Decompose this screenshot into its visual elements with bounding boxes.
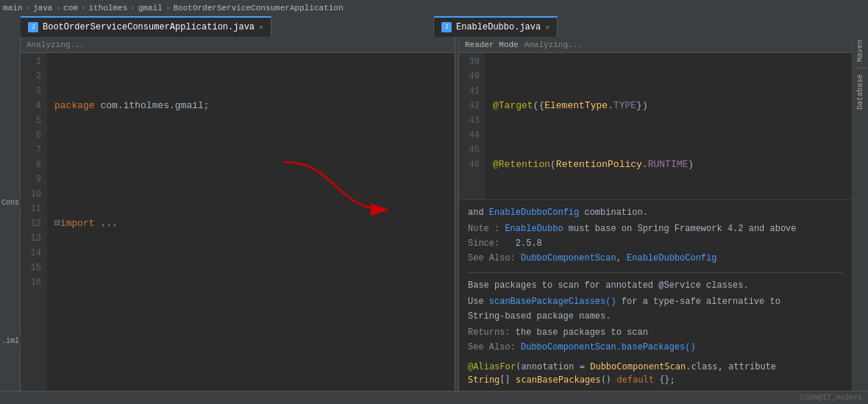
java-file-icon: J xyxy=(28,22,38,32)
doc-since: Since: 2.5.8 xyxy=(468,237,843,250)
rc-line-39: @Target({ElementType.TYPE}) xyxy=(493,99,852,113)
bc-com[interactable]: com xyxy=(63,4,78,13)
doc-intro: and EnableDubboConfig combination. xyxy=(468,206,843,219)
maven-label[interactable]: Maven xyxy=(856,40,864,62)
breadcrumb: main › java › com › itholmes › gmail › B… xyxy=(3,4,344,13)
right-line-numbers: 39 40 41 42 43 44 45 46 xyxy=(459,53,485,199)
tab-right-label: EnableDubbo.java xyxy=(456,22,541,32)
tab-close-right[interactable]: ✕ xyxy=(545,23,549,32)
doc-see-also2: See Also: DubboComponentScan.basePackage… xyxy=(468,341,843,354)
reader-mode-btn[interactable]: Reader Mode xyxy=(465,40,519,49)
doc-returns: Returns: the base packages to scan xyxy=(468,326,843,339)
right-code-area[interactable]: @Target({ElementType.TYPE}) @Retention(R… xyxy=(485,53,852,199)
database-label[interactable]: Database xyxy=(856,74,864,110)
doc-panel: and EnableDubboConfig combination. Note … xyxy=(459,200,852,391)
left-line-numbers: 1 2 3 4 5 6 7 8 9 10 11 12 13 14 15 16 xyxy=(21,53,47,391)
doc-line-58 xyxy=(468,386,843,391)
iml-label: .iml xyxy=(0,336,21,347)
tab-left-label: BootOrderServiceConsumerApplication.java xyxy=(43,22,255,32)
breadcrumb-bar: main › java › com › itholmes › gmail › B… xyxy=(0,0,868,16)
tab-close-left[interactable]: ✕ xyxy=(259,23,263,32)
doc-section2: Use scanBasePackageClasses() for a type-… xyxy=(468,295,843,308)
tab-left-main[interactable]: J BootOrderServiceConsumerApplication.ja… xyxy=(21,16,271,37)
right-vertical-sidebar: Maven Database xyxy=(852,37,868,391)
code-line-6 xyxy=(54,364,455,378)
code-line-5 xyxy=(54,319,455,334)
bc-java[interactable]: java xyxy=(33,4,52,13)
rc-line-40: @Retention(RetentionPolicy.RUNTIME) xyxy=(493,157,852,172)
doc-section1: Base packages to scan for annotated @Ser… xyxy=(468,279,843,292)
bc-class[interactable]: BootOrderServiceConsumerApplication xyxy=(174,4,344,13)
left-code-area[interactable]: package com.itholmes.gmail; ⊟import ... … xyxy=(47,53,455,391)
doc-line-56: @AliasFor(annotation = DubboComponentSca… xyxy=(468,360,843,373)
analyzing-left: Analyzing... xyxy=(26,40,85,49)
bc-main[interactable]: main xyxy=(3,4,22,13)
editor-left: Analyzing... 1 2 3 4 5 6 7 8 9 10 11 12 … xyxy=(21,37,455,391)
java-file-icon-right: J xyxy=(441,22,452,32)
editor-right: Reader Mode Analyzing... 39 40 41 42 43 … xyxy=(459,37,852,391)
doc-section2b: String-based package names. xyxy=(468,310,843,323)
code-line-2 xyxy=(54,157,455,172)
left-editor-header: Analyzing... xyxy=(21,37,455,53)
cons-label: Cons xyxy=(0,197,21,208)
doc-see-also: See Also: DubboComponentScan, EnableDubb… xyxy=(468,252,843,265)
doc-line-57: String[] scanBasePackages() default {}; xyxy=(468,373,843,386)
bottom-bar: CSDN@IT_Holmes xyxy=(0,391,868,404)
main-area: Cons .iml Analyzing... 1 2 3 4 5 6 7 8 9… xyxy=(0,37,868,391)
analyzing-right: Analyzing... xyxy=(524,40,583,49)
csdn-watermark: CSDN@IT_Holmes xyxy=(800,394,862,402)
doc-note: Note : EnableDubbo must base on Spring F… xyxy=(468,222,843,235)
code-line-3: ⊟import ... xyxy=(54,216,455,231)
right-code-section: 39 40 41 42 43 44 45 46 @Target({Element… xyxy=(459,53,852,200)
bc-itholmes[interactable]: itholmes xyxy=(88,4,127,13)
right-header: Reader Mode Analyzing... xyxy=(459,37,852,53)
tab-right-main[interactable]: J EnableDubbo.java ✕ xyxy=(434,16,558,37)
left-editor-content[interactable]: 1 2 3 4 5 6 7 8 9 10 11 12 13 14 15 16 xyxy=(21,53,455,391)
code-line-1: package com.itholmes.gmail; xyxy=(54,99,455,113)
bc-gmail[interactable]: gmail xyxy=(138,4,163,13)
code-line-4 xyxy=(54,275,455,290)
tab-bar: J BootOrderServiceConsumerApplication.ja… xyxy=(0,16,868,37)
